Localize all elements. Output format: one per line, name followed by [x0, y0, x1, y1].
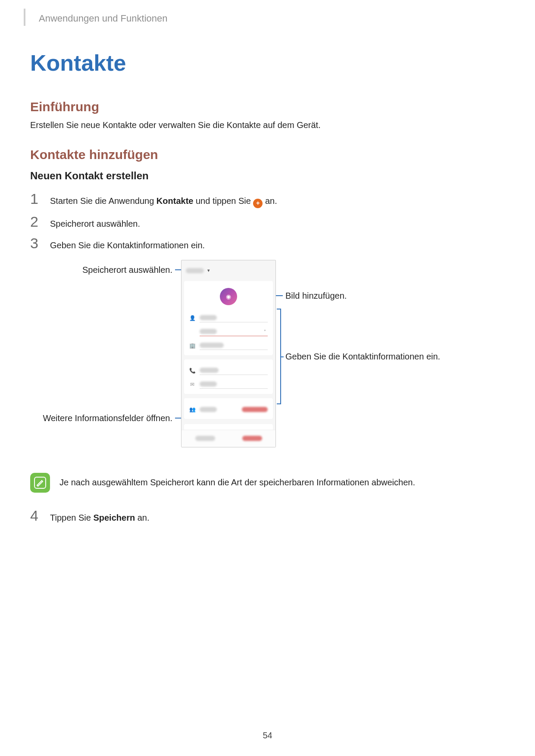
card-main: ◉ 👤 ˅ 🏢 — [184, 281, 273, 355]
step-2: 2 Speicherort auswählen. — [30, 214, 505, 230]
step-number: 1 — [30, 191, 41, 206]
side-rule — [24, 9, 25, 26]
step-text: Speicherort auswählen. — [50, 218, 140, 230]
step-number: 3 — [30, 236, 41, 250]
intro-text: Erstellen Sie neue Kontakte oder verwalt… — [30, 120, 505, 130]
callout-storage: Speicherort auswählen. — [73, 265, 172, 275]
text-bold: Speichern — [93, 513, 135, 522]
placeholder-blur — [200, 381, 217, 387]
step-number: 4 — [30, 508, 41, 523]
cancel-button[interactable] — [195, 436, 215, 441]
camera-icon: ◉ — [226, 293, 231, 300]
leader-line — [281, 356, 284, 357]
add-photo-button[interactable]: ◉ — [220, 288, 237, 305]
text-frag: an. — [135, 513, 149, 522]
storage-selector[interactable]: ▾ — [181, 260, 275, 281]
section-subheading: Neuen Kontakt erstellen — [30, 170, 505, 182]
field-name[interactable]: 👤 — [184, 311, 273, 325]
note-block: Je nach ausgewähltem Speicherort kann di… — [30, 473, 505, 493]
page-title: Kontakte — [30, 50, 505, 76]
field-name-2[interactable]: ˅ — [184, 325, 273, 339]
placeholder-blur — [200, 407, 217, 412]
step-number: 2 — [30, 214, 41, 229]
building-icon: 🏢 — [189, 343, 195, 349]
add-contact-icon: + — [253, 199, 263, 208]
text-frag: Tippen Sie — [50, 513, 93, 522]
field-email[interactable]: ✉ — [184, 378, 273, 391]
intro-heading: Einführung — [30, 100, 505, 114]
person-icon: 👤 — [189, 315, 195, 321]
field-work[interactable]: 🏢 — [184, 339, 273, 353]
step-text: Geben Sie die Kontaktinformationen ein. — [50, 239, 205, 251]
callout-photo: Bild hinzufügen. — [285, 291, 347, 301]
page-number: 54 — [0, 731, 535, 740]
note-text: Je nach ausgewähltem Speicherort kann di… — [59, 478, 415, 487]
text-frag: an. — [263, 196, 277, 206]
save-button[interactable] — [242, 436, 262, 441]
card-contact: 📞 ✉ — [184, 359, 273, 394]
dropdown-icon: ▾ — [207, 268, 210, 273]
phone-icon: 📞 — [189, 368, 195, 374]
section-heading: Kontakte hinzufügen — [30, 147, 505, 162]
text-bold: Kontakte — [156, 196, 194, 206]
text-frag: Starten Sie die Anwendung — [50, 196, 156, 206]
bottom-action-bar — [181, 430, 275, 447]
note-icon — [30, 473, 50, 493]
placeholder-blur — [200, 329, 217, 334]
text-frag: und tippen Sie — [193, 196, 253, 206]
step-text: Tippen Sie Speichern an. — [50, 512, 150, 524]
card-groups: 👥 — [184, 398, 273, 419]
step-4: 4 Tippen Sie Speichern an. — [30, 508, 505, 524]
breadcrumb: Anwendungen und Funktionen — [30, 13, 505, 24]
callout-bracket — [277, 309, 281, 404]
field-groups[interactable]: 👥 — [184, 403, 273, 416]
step-3: 3 Geben Sie die Kontaktinformationen ein… — [30, 236, 505, 251]
callout-more-fields: Weitere Informationsfelder öffnen. — [42, 413, 172, 423]
chevron-down-icon[interactable]: ˅ — [264, 329, 268, 334]
value-blur — [242, 407, 268, 412]
placeholder-blur — [200, 368, 219, 373]
step-1: 1 Starten Sie die Anwendung Kontakte und… — [30, 191, 505, 208]
field-phone[interactable]: 📞 — [184, 364, 273, 378]
storage-label — [186, 268, 204, 273]
step-text: Starten Sie die Anwendung Kontakte und t… — [50, 195, 277, 208]
placeholder-blur — [200, 315, 217, 320]
phone-mock: ▾ ◉ 👤 ˅ 🏢 — [181, 260, 276, 447]
placeholder-blur — [200, 343, 224, 348]
figure-contact-editor: Speicherort auswählen. Weitere Informati… — [30, 260, 505, 462]
group-icon: 👥 — [189, 406, 195, 412]
mail-icon: ✉ — [189, 381, 195, 387]
pencil-icon — [34, 477, 46, 489]
callout-info: Geben Sie die Kontaktinformationen ein. — [285, 352, 441, 362]
